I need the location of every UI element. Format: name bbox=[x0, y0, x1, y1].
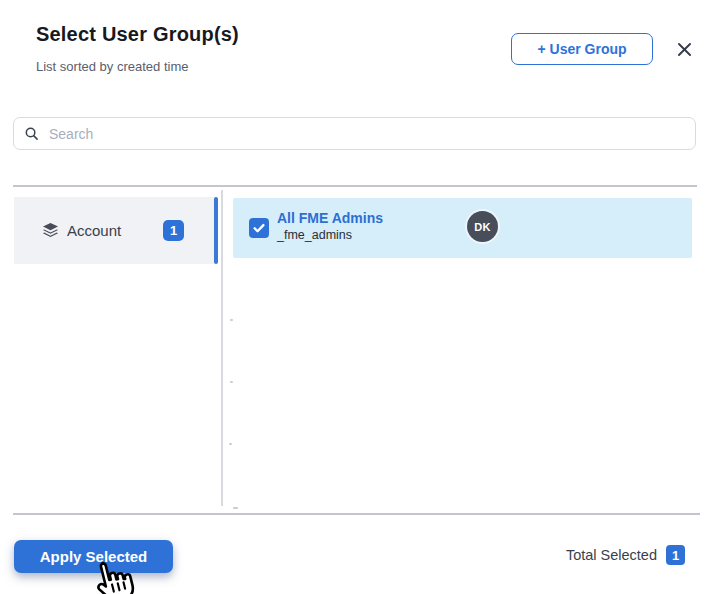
avatar: DK bbox=[467, 211, 498, 242]
list-placeholder-dot bbox=[230, 381, 233, 383]
group-name[interactable]: All FME Admins bbox=[277, 210, 383, 227]
search-input[interactable] bbox=[47, 125, 685, 143]
account-count-badge: 1 bbox=[163, 220, 184, 241]
layers-icon bbox=[41, 221, 60, 240]
list-placeholder-dot bbox=[230, 319, 233, 321]
total-selected-label: Total Selected bbox=[566, 547, 657, 563]
group-id: _fme_admins bbox=[277, 228, 383, 243]
group-text: All FME Admins _fme_admins bbox=[277, 210, 383, 243]
checkbox-checked-icon[interactable] bbox=[249, 218, 269, 238]
divider bbox=[13, 513, 700, 515]
add-user-group-button[interactable]: + User Group bbox=[511, 33, 653, 65]
divider bbox=[221, 190, 223, 506]
total-selected-badge: 1 bbox=[666, 545, 685, 565]
search-box[interactable] bbox=[13, 117, 696, 150]
close-icon[interactable] bbox=[672, 37, 696, 61]
search-icon bbox=[24, 126, 39, 141]
divider bbox=[13, 185, 697, 187]
list-placeholder-dot bbox=[229, 443, 232, 445]
page-title: Select User Group(s) bbox=[36, 23, 239, 46]
sidebar-item-account[interactable]: Account 1 bbox=[14, 197, 214, 264]
sort-note: List sorted by created time bbox=[36, 59, 188, 74]
group-row-all-fme-admins[interactable]: All FME Admins _fme_admins DK bbox=[233, 198, 692, 258]
sidebar-item-label: Account bbox=[67, 222, 121, 239]
list-placeholder-dot bbox=[233, 507, 238, 509]
active-indicator bbox=[214, 197, 218, 264]
total-selected: Total Selected 1 bbox=[566, 545, 685, 565]
select-user-groups-dialog: Select User Group(s) List sorted by crea… bbox=[0, 0, 718, 594]
